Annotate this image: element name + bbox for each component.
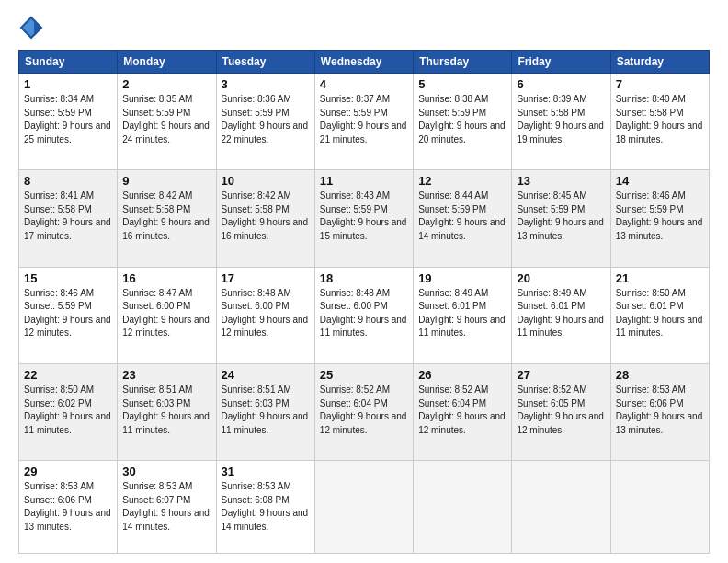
day-number: 21 [616,271,704,285]
calendar-cell: 23Sunrise: 8:51 AMSunset: 6:03 PMDayligh… [118,364,216,461]
day-number: 10 [222,174,310,188]
day-number: 8 [24,174,112,188]
calendar-cell: 24Sunrise: 8:51 AMSunset: 6:03 PMDayligh… [216,364,314,461]
calendar-cell: 17Sunrise: 8:48 AMSunset: 6:00 PMDayligh… [216,267,314,363]
day-number: 27 [517,368,605,382]
calendar-cell: 12Sunrise: 8:44 AMSunset: 5:59 PMDayligh… [414,170,512,267]
day-info: Sunrise: 8:49 AMSunset: 6:01 PMDaylight:… [517,287,605,340]
day-number: 31 [222,465,310,478]
day-number: 15 [24,271,112,285]
weekday-header: Wednesday [314,51,413,74]
logo-icon [18,15,44,40]
calendar-cell: 20Sunrise: 8:49 AMSunset: 6:01 PMDayligh… [512,267,610,363]
day-info: Sunrise: 8:44 AMSunset: 5:59 PMDaylight:… [418,190,506,243]
day-number: 7 [616,77,704,91]
day-number: 13 [517,174,605,188]
calendar-cell: 18Sunrise: 8:48 AMSunset: 6:00 PMDayligh… [314,267,413,363]
calendar-row: 1Sunrise: 8:34 AMSunset: 5:59 PMDaylight… [19,74,710,170]
weekday-header: Monday [118,51,216,74]
day-info: Sunrise: 8:51 AMSunset: 6:03 PMDaylight:… [122,384,210,437]
day-number: 18 [320,271,408,285]
day-info: Sunrise: 8:38 AMSunset: 5:59 PMDaylight:… [418,93,506,146]
day-number: 1 [24,77,112,91]
day-info: Sunrise: 8:52 AMSunset: 6:04 PMDaylight:… [418,384,506,437]
calendar-cell [512,461,610,554]
calendar-cell [414,461,512,554]
day-number: 12 [418,174,506,188]
day-number: 14 [616,174,704,188]
logo [18,15,48,40]
day-number: 19 [418,271,506,285]
day-info: Sunrise: 8:34 AMSunset: 5:59 PMDaylight:… [24,93,112,146]
day-info: Sunrise: 8:53 AMSunset: 6:06 PMDaylight:… [24,480,112,534]
day-info: Sunrise: 8:36 AMSunset: 5:59 PMDaylight:… [222,93,310,146]
day-number: 26 [418,368,506,382]
weekday-header: Tuesday [216,51,314,74]
day-number: 29 [24,465,112,478]
day-info: Sunrise: 8:45 AMSunset: 5:59 PMDaylight:… [517,190,605,243]
weekday-header-row: SundayMondayTuesdayWednesdayThursdayFrid… [19,51,710,74]
calendar-cell: 16Sunrise: 8:47 AMSunset: 6:00 PMDayligh… [118,267,216,363]
calendar-cell: 5Sunrise: 8:38 AMSunset: 5:59 PMDaylight… [414,74,512,170]
day-info: Sunrise: 8:53 AMSunset: 6:07 PMDaylight:… [122,480,210,534]
weekday-header: Sunday [19,51,118,74]
day-info: Sunrise: 8:52 AMSunset: 6:05 PMDaylight:… [517,384,605,437]
day-number: 3 [222,77,310,91]
day-number: 4 [320,77,408,91]
weekday-header: Thursday [414,51,512,74]
day-number: 2 [122,77,210,91]
calendar-row: 8Sunrise: 8:41 AMSunset: 5:58 PMDaylight… [19,170,710,267]
day-number: 11 [320,174,408,188]
day-info: Sunrise: 8:42 AMSunset: 5:58 PMDaylight:… [222,190,310,243]
calendar-row: 29Sunrise: 8:53 AMSunset: 6:06 PMDayligh… [19,461,710,554]
calendar-cell: 14Sunrise: 8:46 AMSunset: 5:59 PMDayligh… [610,170,709,267]
calendar-cell: 9Sunrise: 8:42 AMSunset: 5:58 PMDaylight… [118,170,216,267]
day-number: 9 [122,174,210,188]
calendar-cell: 31Sunrise: 8:53 AMSunset: 6:08 PMDayligh… [216,461,314,554]
calendar-row: 15Sunrise: 8:46 AMSunset: 5:59 PMDayligh… [19,267,710,363]
day-number: 20 [517,271,605,285]
calendar-cell: 8Sunrise: 8:41 AMSunset: 5:58 PMDaylight… [19,170,118,267]
calendar-cell: 4Sunrise: 8:37 AMSunset: 5:59 PMDaylight… [314,74,413,170]
day-info: Sunrise: 8:37 AMSunset: 5:59 PMDaylight:… [320,93,408,146]
page: SundayMondayTuesdayWednesdayThursdayFrid… [0,0,728,563]
calendar-cell: 19Sunrise: 8:49 AMSunset: 6:01 PMDayligh… [414,267,512,363]
day-info: Sunrise: 8:53 AMSunset: 6:08 PMDaylight:… [222,480,310,534]
day-number: 24 [222,368,310,382]
day-number: 30 [122,465,210,478]
day-info: Sunrise: 8:53 AMSunset: 6:06 PMDaylight:… [616,384,704,437]
day-info: Sunrise: 8:48 AMSunset: 6:00 PMDaylight:… [222,287,310,340]
header [18,15,710,40]
calendar-row: 22Sunrise: 8:50 AMSunset: 6:02 PMDayligh… [19,364,710,461]
day-info: Sunrise: 8:50 AMSunset: 6:01 PMDaylight:… [616,287,704,340]
day-info: Sunrise: 8:46 AMSunset: 5:59 PMDaylight:… [24,287,112,340]
calendar-cell: 13Sunrise: 8:45 AMSunset: 5:59 PMDayligh… [512,170,610,267]
day-info: Sunrise: 8:48 AMSunset: 6:00 PMDaylight:… [320,287,408,340]
day-number: 28 [616,368,704,382]
calendar-cell: 11Sunrise: 8:43 AMSunset: 5:59 PMDayligh… [314,170,413,267]
day-info: Sunrise: 8:52 AMSunset: 6:04 PMDaylight:… [320,384,408,437]
day-info: Sunrise: 8:46 AMSunset: 5:59 PMDaylight:… [616,190,704,243]
calendar-cell: 15Sunrise: 8:46 AMSunset: 5:59 PMDayligh… [19,267,118,363]
calendar-cell: 22Sunrise: 8:50 AMSunset: 6:02 PMDayligh… [19,364,118,461]
calendar-cell: 29Sunrise: 8:53 AMSunset: 6:06 PMDayligh… [19,461,118,554]
calendar-cell: 27Sunrise: 8:52 AMSunset: 6:05 PMDayligh… [512,364,610,461]
calendar-cell: 2Sunrise: 8:35 AMSunset: 5:59 PMDaylight… [118,74,216,170]
calendar-cell: 6Sunrise: 8:39 AMSunset: 5:58 PMDaylight… [512,74,610,170]
weekday-header: Friday [512,51,610,74]
day-info: Sunrise: 8:51 AMSunset: 6:03 PMDaylight:… [222,384,310,437]
calendar-cell: 28Sunrise: 8:53 AMSunset: 6:06 PMDayligh… [610,364,709,461]
day-number: 16 [122,271,210,285]
weekday-header: Saturday [610,51,709,74]
day-info: Sunrise: 8:47 AMSunset: 6:00 PMDaylight:… [122,287,210,340]
calendar-cell: 1Sunrise: 8:34 AMSunset: 5:59 PMDaylight… [19,74,118,170]
day-number: 23 [122,368,210,382]
calendar-cell: 25Sunrise: 8:52 AMSunset: 6:04 PMDayligh… [314,364,413,461]
calendar-cell: 26Sunrise: 8:52 AMSunset: 6:04 PMDayligh… [414,364,512,461]
day-info: Sunrise: 8:40 AMSunset: 5:58 PMDaylight:… [616,93,704,146]
calendar-cell: 21Sunrise: 8:50 AMSunset: 6:01 PMDayligh… [610,267,709,363]
day-number: 17 [222,271,310,285]
day-info: Sunrise: 8:42 AMSunset: 5:58 PMDaylight:… [122,190,210,243]
day-number: 6 [517,77,605,91]
day-number: 25 [320,368,408,382]
